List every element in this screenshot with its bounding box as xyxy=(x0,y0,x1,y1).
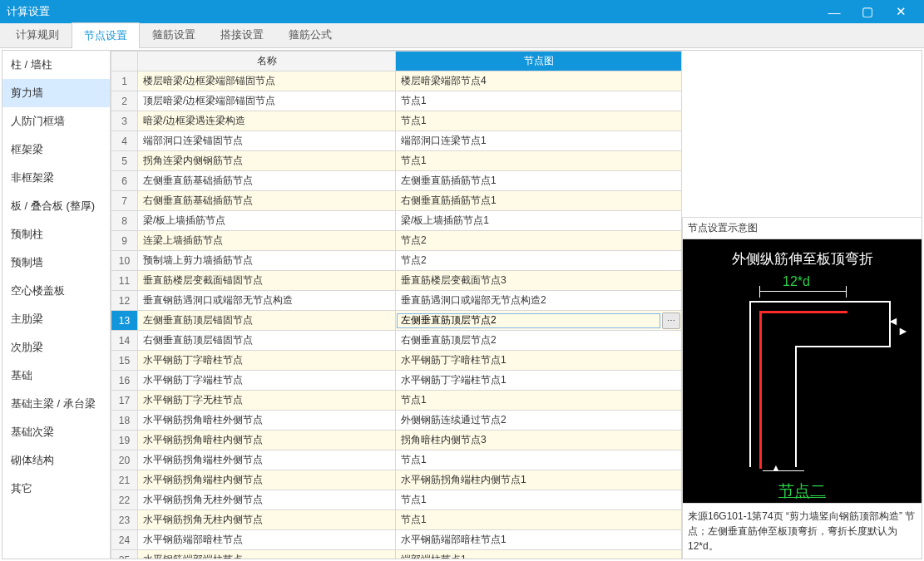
node-editor-input[interactable] xyxy=(397,313,660,328)
cell-name[interactable]: 垂直筋楼层变截面锚固节点 xyxy=(138,271,396,291)
cell-name[interactable]: 水平钢筋拐角暗柱外侧节点 xyxy=(138,411,396,431)
cell-name[interactable]: 连梁上墙插筋节点 xyxy=(138,231,396,251)
cell-node[interactable]: 端部洞口连梁节点1 xyxy=(396,131,682,151)
table-row[interactable]: 19水平钢筋拐角暗柱内侧节点拐角暗柱内侧节点3 xyxy=(111,431,682,450)
tab-1[interactable]: 节点设置 xyxy=(72,22,140,48)
cell-name[interactable]: 左侧垂直筋顶层锚固节点 xyxy=(138,311,396,331)
cell-name[interactable]: 左侧垂直筋基础插筋节点 xyxy=(138,171,396,191)
table-row[interactable]: 22水平钢筋拐角无柱外侧节点节点1 xyxy=(111,490,682,510)
cell-name[interactable]: 拐角连梁内侧钢筋节点 xyxy=(138,151,396,171)
cell-node[interactable]: 节点2 xyxy=(396,251,682,271)
cell-node[interactable]: 梁/板上墙插筋节点1 xyxy=(396,211,682,231)
table-row[interactable]: 9连梁上墙插筋节点节点2 xyxy=(111,231,682,251)
cell-node[interactable]: 右侧垂直筋顶层节点2 xyxy=(396,331,682,351)
cell-node[interactable]: 节点1 xyxy=(396,391,682,411)
table-row[interactable]: 21水平钢筋拐角端柱内侧节点水平钢筋拐角端柱内侧节点1 xyxy=(111,470,682,490)
table-row[interactable]: 8梁/板上墙插筋节点梁/板上墙插筋节点1 xyxy=(111,211,682,231)
cell-node[interactable]: 左侧垂直筋插筋节点1 xyxy=(396,171,682,191)
cell-name[interactable]: 暗梁/边框梁遇连梁构造 xyxy=(138,111,396,131)
table-row[interactable]: 5拐角连梁内侧钢筋节点节点1 xyxy=(111,151,682,171)
cell-name[interactable]: 水平钢筋端部暗柱节点 xyxy=(138,530,396,550)
cell-node[interactable]: 节点1 xyxy=(396,91,682,111)
cell-node[interactable]: 水平钢筋端部暗柱节点1 xyxy=(396,530,682,550)
cell-name[interactable]: 水平钢筋拐角端柱外侧节点 xyxy=(138,450,396,470)
tab-4[interactable]: 箍筋公式 xyxy=(276,22,344,47)
sidebar-item-9[interactable]: 主肋梁 xyxy=(2,305,110,333)
sidebar-item-0[interactable]: 柱 / 墙柱 xyxy=(2,51,110,79)
sidebar-item-4[interactable]: 非框架梁 xyxy=(2,164,110,192)
sidebar-item-2[interactable]: 人防门框墙 xyxy=(2,107,110,135)
sidebar-item-8[interactable]: 空心楼盖板 xyxy=(2,277,110,305)
cell-node[interactable]: 垂直筋楼层变截面节点3 xyxy=(396,271,682,291)
sidebar-item-10[interactable]: 次肋梁 xyxy=(2,333,110,362)
table-row[interactable]: 20水平钢筋拐角端柱外侧节点节点1 xyxy=(111,450,682,470)
cell-node[interactable]: 水平钢筋丁字暗柱节点1 xyxy=(396,351,682,371)
cell-node[interactable]: 右侧垂直筋插筋节点1 xyxy=(396,191,682,211)
sidebar-item-3[interactable]: 框架梁 xyxy=(2,135,110,164)
table-row[interactable]: 10预制墙上剪力墙插筋节点节点2 xyxy=(111,251,682,271)
cell-node[interactable]: 水平钢筋丁字端柱节点1 xyxy=(396,371,682,391)
sidebar-item-13[interactable]: 基础次梁 xyxy=(2,418,110,446)
table-row[interactable]: 25水平钢筋端部端柱节点端部端柱节点1 xyxy=(111,550,682,559)
cell-node[interactable]: 节点1 xyxy=(396,111,682,131)
diagram-node-label[interactable]: 节点二 xyxy=(683,480,922,502)
cell-name[interactable]: 右侧垂直筋基础插筋节点 xyxy=(138,191,396,211)
cell-node[interactable]: 外侧钢筋连续通过节点2 xyxy=(396,411,682,431)
tab-2[interactable]: 箍筋设置 xyxy=(140,22,208,47)
sidebar-item-6[interactable]: 预制柱 xyxy=(2,220,110,249)
cell-name[interactable]: 水平钢筋拐角端柱内侧节点 xyxy=(138,470,396,490)
table-row[interactable]: 2顶层暗梁/边框梁端部锚固节点节点1 xyxy=(111,91,682,111)
cell-name[interactable]: 水平钢筋端部端柱节点 xyxy=(138,550,396,559)
table-row[interactable]: 12垂直钢筋遇洞口或端部无节点构造垂直筋遇洞口或端部无节点构造2 xyxy=(111,291,682,311)
sidebar-item-11[interactable]: 基础 xyxy=(2,362,110,390)
cell-node[interactable]: 楼层暗梁端部节点4 xyxy=(396,71,682,91)
table-row[interactable]: 3暗梁/边框梁遇连梁构造节点1 xyxy=(111,111,682,131)
table-row[interactable]: 15水平钢筋丁字暗柱节点水平钢筋丁字暗柱节点1 xyxy=(111,351,682,371)
table-row[interactable]: 4端部洞口连梁锚固节点端部洞口连梁节点1 xyxy=(111,131,682,151)
cell-name[interactable]: 端部洞口连梁锚固节点 xyxy=(138,131,396,151)
cell-name[interactable]: 楼层暗梁/边框梁端部锚固节点 xyxy=(138,71,396,91)
sidebar-item-14[interactable]: 砌体结构 xyxy=(2,446,110,475)
table-row[interactable]: 1楼层暗梁/边框梁端部锚固节点楼层暗梁端部节点4 xyxy=(111,71,682,91)
cell-name[interactable]: 水平钢筋拐角暗柱内侧节点 xyxy=(138,431,396,450)
table-row[interactable]: 14右侧垂直筋顶层锚固节点右侧垂直筋顶层节点2 xyxy=(111,331,682,351)
cell-node[interactable]: 节点1 xyxy=(396,450,682,470)
sidebar-item-12[interactable]: 基础主梁 / 承台梁 xyxy=(2,390,110,418)
cell-node[interactable]: 拐角暗柱内侧节点3 xyxy=(396,431,682,450)
cell-name[interactable]: 水平钢筋拐角无柱内侧节点 xyxy=(138,510,396,530)
close-button[interactable]: ✕ xyxy=(884,0,917,23)
cell-name[interactable]: 预制墙上剪力墙插筋节点 xyxy=(138,251,396,271)
table-row[interactable]: 11垂直筋楼层变截面锚固节点垂直筋楼层变截面节点3 xyxy=(111,271,682,291)
cell-name[interactable]: 右侧垂直筋顶层锚固节点 xyxy=(138,331,396,351)
table-row[interactable]: 13左侧垂直筋顶层锚固节点⋯ xyxy=(111,311,682,331)
node-editor-more-button[interactable]: ⋯ xyxy=(662,312,680,329)
tab-0[interactable]: 计算规则 xyxy=(3,22,72,47)
cell-node[interactable]: 端部端柱节点1 xyxy=(396,550,682,559)
table-row[interactable]: 23水平钢筋拐角无柱内侧节点节点1 xyxy=(111,510,682,530)
cell-node[interactable]: 水平钢筋拐角端柱内侧节点1 xyxy=(396,470,682,490)
cell-node[interactable]: ⋯ xyxy=(396,311,682,331)
cell-node[interactable]: 节点2 xyxy=(396,231,682,251)
table-row[interactable]: 18水平钢筋拐角暗柱外侧节点外侧钢筋连续通过节点2 xyxy=(111,411,682,431)
cell-node[interactable]: 垂直筋遇洞口或端部无节点构造2 xyxy=(396,291,682,311)
sidebar-item-1[interactable]: 剪力墙 xyxy=(2,79,110,107)
cell-name[interactable]: 水平钢筋丁字无柱节点 xyxy=(138,391,396,411)
cell-name[interactable]: 梁/板上墙插筋节点 xyxy=(138,211,396,231)
cell-node[interactable]: 节点1 xyxy=(396,151,682,171)
sidebar-item-7[interactable]: 预制墙 xyxy=(2,249,110,277)
cell-name[interactable]: 顶层暗梁/边框梁端部锚固节点 xyxy=(138,91,396,111)
cell-node[interactable]: 节点1 xyxy=(396,510,682,530)
sidebar-item-15[interactable]: 其它 xyxy=(2,475,110,503)
table-row[interactable]: 17水平钢筋丁字无柱节点节点1 xyxy=(111,391,682,411)
minimize-button[interactable]: — xyxy=(818,0,851,23)
table-row[interactable]: 6左侧垂直筋基础插筋节点左侧垂直筋插筋节点1 xyxy=(111,171,682,191)
cell-name[interactable]: 水平钢筋丁字端柱节点 xyxy=(138,371,396,391)
cell-name[interactable]: 水平钢筋丁字暗柱节点 xyxy=(138,351,396,371)
grid-wrap[interactable]: 名称 节点图 1楼层暗梁/边框梁端部锚固节点楼层暗梁端部节点42顶层暗梁/边框梁… xyxy=(111,51,682,559)
tab-3[interactable]: 搭接设置 xyxy=(208,22,276,47)
cell-name[interactable]: 水平钢筋拐角无柱外侧节点 xyxy=(138,490,396,510)
table-row[interactable]: 16水平钢筋丁字端柱节点水平钢筋丁字端柱节点1 xyxy=(111,371,682,391)
cell-node[interactable]: 节点1 xyxy=(396,490,682,510)
cell-name[interactable]: 垂直钢筋遇洞口或端部无节点构造 xyxy=(138,291,396,311)
maximize-button[interactable]: ▢ xyxy=(851,0,884,23)
